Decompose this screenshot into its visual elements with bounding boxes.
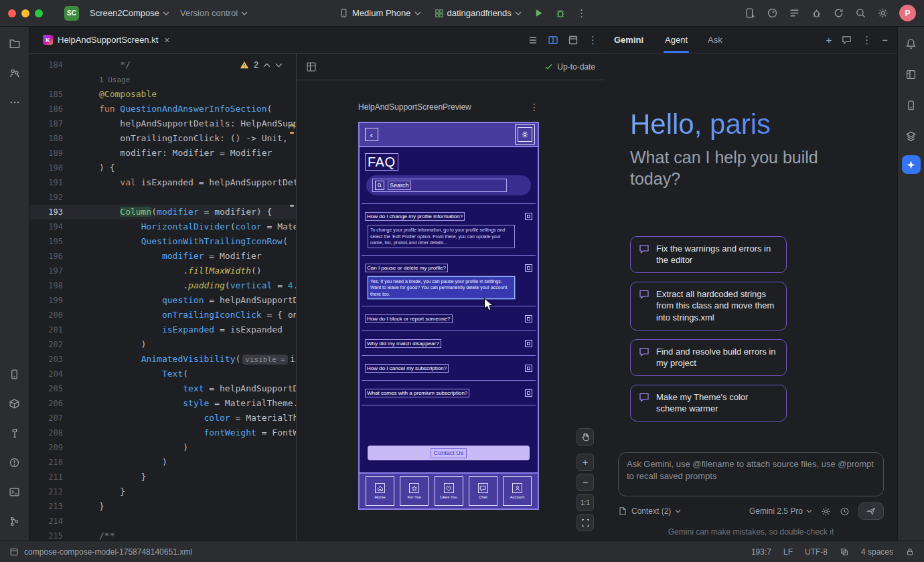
zoom-in-button[interactable]: +: [576, 454, 594, 471]
design-view-icon[interactable]: [568, 35, 579, 45]
code-line[interactable]: 199 question = helpAndSupportDetails: [29, 293, 296, 308]
expand-toggle-icon[interactable]: [525, 213, 532, 220]
running-devices-icon[interactable]: [745, 7, 756, 19]
code-line[interactable]: 190) {: [29, 161, 296, 175]
code-line[interactable]: 200 onTrailingIconClick = { onTrailingIc: [29, 308, 296, 322]
statusbar-file[interactable]: compose-compose-model-1758748140651.xml: [24, 547, 192, 557]
code-line[interactable]: 196 modifier = Modifier: [29, 249, 296, 264]
code-line[interactable]: 186fun QuestionAndAnswerInfoSection(: [29, 102, 296, 116]
code-line[interactable]: 212 }: [29, 484, 296, 499]
pull-requests-icon[interactable]: [3, 62, 26, 84]
maximize-window-button[interactable]: [35, 9, 43, 17]
expand-toggle-icon[interactable]: [525, 365, 532, 372]
close-tab-icon[interactable]: ×: [164, 35, 169, 45]
build-icon[interactable]: [3, 421, 26, 444]
context-selector[interactable]: Context (2): [618, 506, 681, 516]
gemini-kebab-icon[interactable]: ⋮: [862, 34, 872, 46]
lock-icon[interactable]: [905, 547, 915, 557]
code-line[interactable]: 197 .fillMaxWidth(): [29, 264, 296, 278]
code-line[interactable]: 206 style = MaterialTheme.typogr: [29, 396, 296, 411]
gemini-toolwindow-button[interactable]: [902, 155, 921, 174]
minimize-window-button[interactable]: [21, 9, 29, 17]
nav-item-likes-you[interactable]: Likes You: [435, 476, 463, 506]
code-line[interactable]: 209 ): [29, 440, 296, 455]
code-line[interactable]: 208 fontWeight = FontWeight: [29, 426, 296, 440]
send-button[interactable]: [858, 502, 884, 520]
zoom-out-button[interactable]: −: [576, 474, 594, 491]
editor-tab[interactable]: K HelpAndSupportScreen.kt ×: [36, 27, 177, 53]
device-manager-icon[interactable]: [900, 94, 923, 116]
code-line[interactable]: 214: [29, 514, 296, 529]
code-line[interactable]: 192: [29, 190, 296, 205]
code-view-icon[interactable]: [528, 35, 538, 45]
code-line[interactable]: 195 QuestionWithTrailingIconRow(: [29, 234, 296, 249]
problems-icon[interactable]: [3, 451, 26, 474]
close-window-button[interactable]: [8, 9, 16, 17]
profiler-icon[interactable]: [767, 7, 778, 19]
code-line[interactable]: 185@Composable: [29, 87, 296, 102]
code-line[interactable]: 207 color = MaterialTheme.co: [29, 411, 296, 426]
zoom-reset-button[interactable]: 1:1: [576, 494, 594, 511]
faq-item[interactable]: What comes with a premium subscription?: [360, 380, 538, 405]
code-line[interactable]: 202 ): [29, 337, 296, 352]
editor-scrollbar[interactable]: [289, 54, 295, 541]
nav-item-home[interactable]: Home: [366, 476, 394, 506]
suggestion-card[interactable]: Find and resolve build errors in my proj…: [630, 339, 787, 376]
terminal-icon[interactable]: [3, 480, 26, 503]
inspections-widget[interactable]: 2: [237, 59, 285, 71]
logcat-icon[interactable]: [789, 7, 800, 19]
phone-preview[interactable]: ‹ FAQ Search How do I change my profile: [358, 122, 539, 510]
code-line[interactable]: 210 ): [29, 455, 296, 470]
gemini-settings-gear-icon[interactable]: [821, 506, 831, 517]
indent-setting[interactable]: 4 spaces: [861, 547, 893, 557]
split-view-icon[interactable]: [548, 35, 558, 45]
editor-kebab-icon[interactable]: ⋮: [588, 34, 598, 46]
file-encoding[interactable]: UTF-8: [805, 547, 828, 557]
tab-ask[interactable]: Ask: [706, 27, 724, 53]
code-line[interactable]: 205 text = helpAndSupportDetails: [29, 381, 296, 396]
code-line[interactable]: 187 helpAndSupportDetails: HelpAndSuppor…: [29, 116, 296, 131]
app-quality-insights-icon[interactable]: [811, 7, 822, 19]
phone-settings-gear-icon[interactable]: [518, 127, 532, 142]
code-line[interactable]: 188 onTrailingIconClick: () -> Unit,: [29, 131, 296, 146]
faq-item[interactable]: Can I pause or delete my profile?Yes. If…: [360, 255, 538, 300]
expand-toggle-icon[interactable]: [525, 340, 532, 347]
faq-item[interactable]: Why did my match disappear?: [360, 331, 538, 355]
debug-button[interactable]: [551, 4, 570, 23]
nav-item-account[interactable]: Account: [503, 476, 532, 506]
phone-search-bar[interactable]: Search: [366, 175, 531, 195]
run-button[interactable]: [530, 4, 548, 23]
back-button[interactable]: ‹: [365, 128, 378, 141]
conversations-icon[interactable]: [842, 35, 852, 45]
gemini-input[interactable]: [627, 458, 875, 490]
new-chat-icon[interactable]: +: [826, 34, 832, 45]
code-line[interactable]: 198 .padding(vertical = 4.dp),: [29, 278, 296, 293]
faq-item[interactable]: How do I block or report someone?: [360, 306, 538, 331]
pan-tool-button[interactable]: [576, 428, 594, 446]
tab-agent[interactable]: Agent: [664, 27, 689, 53]
prev-warning-icon[interactable]: [263, 63, 271, 68]
preview-kebab-icon[interactable]: ⋮: [530, 102, 539, 112]
faq-item[interactable]: How do I cancel my subscription?: [360, 355, 538, 380]
suggestion-card[interactable]: Fix the warnings and errors in the edito…: [630, 236, 787, 273]
caret-position[interactable]: 193:7: [751, 547, 771, 557]
code-line[interactable]: 211 }: [29, 470, 296, 484]
model-selector[interactable]: Gemini 2.5 Pro: [749, 506, 812, 516]
faq-item[interactable]: How do I change my profile information?T…: [360, 203, 538, 248]
layout-inspector-icon[interactable]: [900, 63, 923, 86]
git-icon[interactable]: [3, 510, 26, 533]
code-line[interactable]: 189 modifier: Modifier = Modifier: [29, 146, 296, 161]
profile-avatar[interactable]: P: [899, 5, 916, 21]
expand-toggle-icon[interactable]: [525, 264, 532, 272]
code-line[interactable]: 201 isExpanded = isExpanded: [29, 322, 296, 337]
code-editor[interactable]: 2 184 */1 Usage185@Composable186fun Ques…: [29, 54, 297, 541]
resource-manager-icon[interactable]: [900, 124, 923, 147]
code-line[interactable]: 193 Column(modifier = modifier) {: [29, 205, 296, 219]
next-warning-icon[interactable]: [275, 63, 283, 68]
project-folder-icon[interactable]: [3, 32, 26, 55]
code-line[interactable]: 204 Text(: [29, 367, 296, 381]
preview-grid-icon[interactable]: [306, 62, 317, 72]
zoom-to-fit-icon[interactable]: [576, 514, 594, 531]
settings-gear-icon[interactable]: [877, 7, 889, 19]
code-line[interactable]: 213}: [29, 499, 296, 514]
